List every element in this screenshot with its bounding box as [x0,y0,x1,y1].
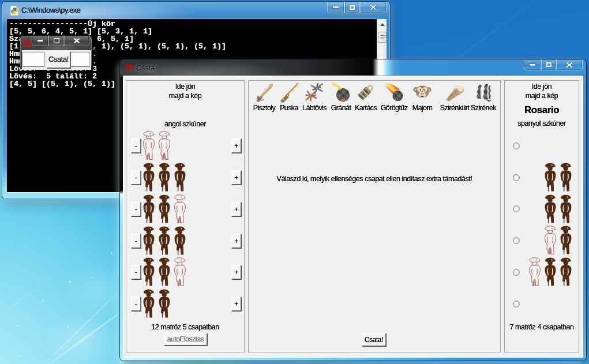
svg-text:Tk: Tk [125,63,133,72]
svg-text:Tk: Tk [22,39,32,48]
